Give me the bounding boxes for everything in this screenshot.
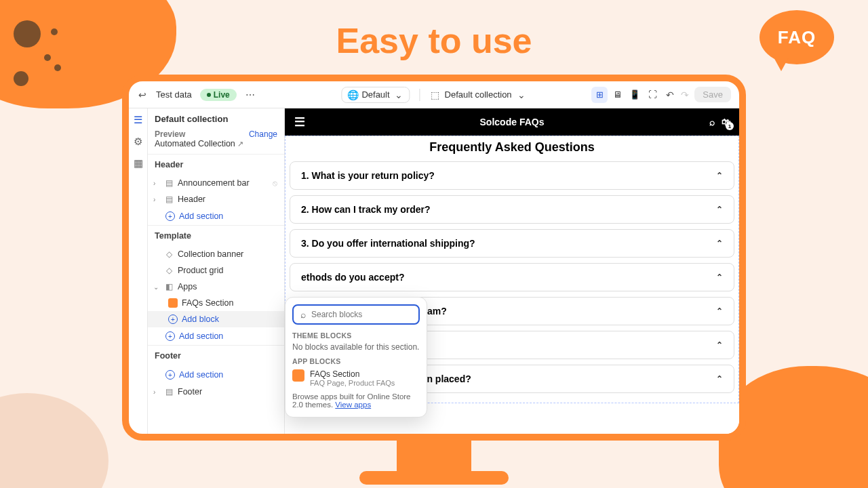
exit-icon[interactable]: ↩ [137, 89, 148, 100]
locale-label: Default [361, 89, 389, 100]
add-section-template[interactable]: + Add section [148, 327, 284, 345]
faq-item[interactable]: 2. How can I track my order?⌃ [290, 195, 734, 224]
tag-icon: ⬚ [430, 89, 441, 100]
section-icon: ◇ [164, 266, 174, 275]
preview-label: Preview [155, 129, 243, 139]
section-icon: ▤ [164, 195, 174, 204]
cart-badge: 1 [726, 122, 734, 130]
app-block-icon [168, 298, 178, 308]
faq-item[interactable]: 3. Do you offer international shipping?⌃ [290, 229, 734, 258]
more-icon[interactable]: ⋯ [245, 89, 256, 100]
redo-icon[interactable]: ↷ [679, 89, 690, 100]
sidebar-item-collection-banner[interactable]: ◇ Collection banner [148, 246, 284, 262]
monitor-base [359, 471, 509, 485]
sidebar-item-product-grid[interactable]: ◇ Product grid [148, 262, 284, 279]
search-icon: ⌕ [299, 309, 307, 320]
locale-selector[interactable]: 🌐 Default ⌄ [341, 87, 410, 103]
plus-icon: + [165, 370, 175, 380]
view-apps-link[interactable]: View apps [335, 401, 371, 409]
hero-title: Easy to use [0, 20, 868, 61]
block-picker-popover: ⌕ THEME BLOCKS No blocks available for t… [285, 297, 427, 418]
add-section-header[interactable]: + Add section [148, 207, 284, 225]
hidden-icon[interactable]: ⦸ [273, 179, 277, 188]
undo-icon[interactable]: ↶ [665, 89, 675, 100]
sections-tab-icon[interactable]: ☰ [134, 114, 142, 126]
toolbar-divider [420, 89, 420, 101]
chevron-down-icon: ⌄ [393, 89, 404, 100]
app-blocks-label: APP BLOCKS [292, 357, 420, 365]
settings-tab-icon[interactable]: ⚙ [134, 136, 142, 148]
chevron-up-icon: ⌃ [716, 340, 723, 350]
store-title: Solcode FAQs [480, 117, 545, 127]
store-header: ☰ Solcode FAQs ⌕ 🛍1 [285, 108, 739, 136]
section-icon: ▤ [164, 387, 174, 396]
faq-item[interactable]: ethods do you accept?⌃ [290, 263, 734, 291]
mobile-icon[interactable]: 📱 [627, 87, 643, 103]
hamburger-icon[interactable]: ☰ [294, 115, 305, 129]
plus-icon: + [168, 314, 178, 324]
section-icon: ▤ [164, 178, 174, 188]
sidebar-item-announcement[interactable]: ›▤ Announcement bar ⦸ [148, 175, 284, 191]
chevron-up-icon: ⌃ [716, 272, 723, 282]
template-label: Default collection [445, 89, 512, 100]
popover-footer: Browse apps built for Online Store 2.0 t… [292, 392, 420, 409]
monitor-frame: ↩ Test data Live ⋯ 🌐 Default ⌄ ⬚ Default… [122, 75, 746, 441]
external-link-icon[interactable]: ↗ [237, 140, 243, 148]
sidebar-item-header[interactable]: ›▤ Header [148, 191, 284, 207]
chevron-up-icon: ⌃ [716, 306, 723, 316]
template-selector[interactable]: ⬚ Default collection ⌄ [430, 89, 527, 100]
apps-tab-icon[interactable]: ▦ [134, 157, 143, 169]
footer-section-title: Footer [148, 345, 284, 366]
app-block-icon [292, 369, 304, 382]
search-input[interactable] [311, 310, 413, 319]
test-data-label[interactable]: Test data [156, 89, 192, 100]
app-block-faqs[interactable]: FAQs Section FAQ Page, Product FAQs [292, 369, 420, 387]
add-block-button[interactable]: + Add block [148, 311, 284, 327]
desktop-icon[interactable]: 🖥 [609, 87, 625, 103]
sidebar-item-faqs-section[interactable]: FAQs Section [148, 295, 284, 311]
chevron-up-icon: ⌃ [716, 239, 723, 248]
device-previews: ⊞ 🖥 📱 ⛶ [591, 87, 660, 103]
change-link[interactable]: Change [249, 129, 277, 139]
template-section-title: Template [148, 225, 284, 246]
editor-toolbar: ↩ Test data Live ⋯ 🌐 Default ⌄ ⬚ Default… [129, 81, 739, 108]
save-button[interactable]: Save [694, 87, 731, 102]
theme-blocks-label: THEME BLOCKS [292, 331, 420, 340]
theme-blocks-empty: No blocks available for this section. [292, 342, 420, 352]
left-rail: ☰ ⚙ ▦ [129, 108, 148, 434]
globe-icon: 🌐 [347, 89, 358, 100]
chevron-up-icon: ⌃ [716, 171, 723, 180]
fullscreen-icon[interactable]: ⛶ [644, 87, 660, 103]
sidebar-item-footer[interactable]: ›▤ Footer [148, 384, 284, 400]
cart-icon[interactable]: 🛍1 [722, 117, 731, 127]
chevron-up-icon: ⌃ [716, 374, 723, 384]
sidebar-item-apps[interactable]: ⌄◧ Apps [148, 279, 284, 295]
section-icon: ◇ [164, 249, 174, 259]
sidebar-title: Default collection [148, 108, 284, 129]
header-section-title: Header [148, 154, 284, 175]
chevron-up-icon: ⌃ [716, 205, 723, 214]
plus-icon: + [165, 211, 175, 221]
preview-value[interactable]: Automated Collection [155, 139, 235, 148]
inspector-icon[interactable]: ⊞ [591, 87, 608, 103]
apps-icon: ◧ [164, 282, 174, 291]
search-icon[interactable]: ⌕ [709, 117, 715, 127]
sidebar: Default collection Preview Automated Col… [148, 108, 285, 434]
decor-blob-bottom-left [0, 393, 108, 488]
faq-page-title: Frequently Asked Questions [290, 140, 734, 155]
faq-item[interactable]: 1. What is your return policy?⌃ [290, 161, 734, 190]
add-section-footer[interactable]: + Add section [148, 366, 284, 384]
live-badge: Live [200, 89, 237, 101]
search-blocks-field[interactable]: ⌕ [292, 304, 420, 325]
plus-icon: + [165, 331, 175, 341]
chevron-down-icon: ⌄ [516, 89, 527, 100]
